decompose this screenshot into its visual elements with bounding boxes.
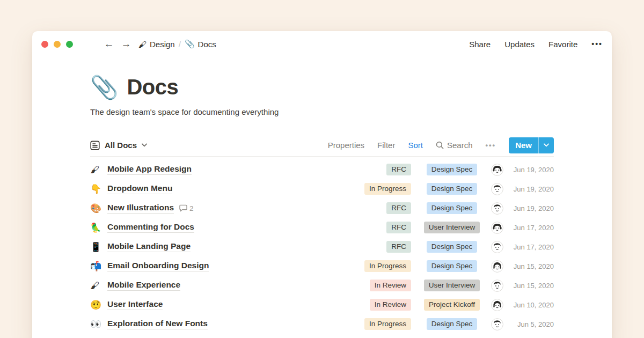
window-topbar: ← → 🖌 Design / 📎 Docs Share Updates Favo…: [32, 31, 612, 57]
status-tag[interactable]: In Review: [370, 299, 411, 311]
doc-date: Jun 15, 2020: [511, 282, 554, 290]
search-icon: [436, 141, 444, 149]
zoom-window-button[interactable]: [66, 41, 73, 48]
new-button-label: New: [509, 137, 538, 153]
document-list-icon: [90, 141, 100, 150]
table-row[interactable]: 🤨 User Interface In Review Project Kicko…: [90, 295, 554, 314]
sort-button[interactable]: Sort: [408, 141, 423, 150]
chevron-down-icon: [142, 143, 147, 147]
doc-title-link[interactable]: User Interface: [107, 299, 163, 310]
more-options-icon[interactable]: •••: [591, 40, 603, 48]
type-tag[interactable]: Design Spec: [427, 260, 478, 272]
type-tag[interactable]: Design Spec: [427, 241, 478, 253]
comment-count-badge[interactable]: 2: [179, 204, 194, 212]
avatar: [491, 280, 503, 292]
table-row[interactable]: 👇 Dropdown Menu In Progress Design Spec …: [90, 179, 554, 199]
doc-date: Jun 17, 2020: [511, 243, 554, 251]
favorite-button[interactable]: Favorite: [548, 40, 577, 49]
status-tag[interactable]: RFC: [386, 202, 411, 214]
pointing-down-emoji-icon: 👇: [90, 185, 107, 194]
avatar: [491, 222, 503, 234]
status-tag[interactable]: In Review: [370, 280, 411, 291]
table-row[interactable]: 🖌 Mobile App Redesign RFC Design Spec Ju…: [90, 160, 554, 179]
view-switcher[interactable]: All Docs: [90, 141, 147, 150]
avatar: [491, 299, 503, 311]
type-tag[interactable]: Design Spec: [427, 318, 478, 330]
parrot-emoji-icon: 🦜: [90, 223, 107, 232]
mailbox-emoji-icon: 📬: [90, 262, 107, 271]
status-tag[interactable]: In Progress: [364, 260, 411, 272]
page-header: 📎 Docs The design team's space for docum…: [90, 57, 554, 116]
new-button[interactable]: New: [509, 137, 554, 153]
avatar: [491, 183, 503, 195]
new-button-dropdown[interactable]: [539, 137, 554, 153]
type-tag[interactable]: Design Spec: [427, 202, 478, 214]
table-toolbar: All Docs Properties Filter Sort Search •…: [90, 134, 554, 157]
table-row[interactable]: 🖌 Mobile Experience In Review User Inter…: [90, 276, 554, 295]
type-tag[interactable]: Design Spec: [427, 164, 478, 175]
breadcrumb-item-design[interactable]: 🖌 Design: [138, 40, 175, 49]
sidebar-menu-icon[interactable]: [84, 40, 94, 48]
traffic-lights: [41, 41, 73, 48]
doc-title-link[interactable]: Mobile App Redesign: [107, 164, 192, 175]
app-window: ← → 🖌 Design / 📎 Docs Share Updates Favo…: [32, 31, 612, 338]
mobile-phone-emoji-icon: 📱: [90, 243, 107, 252]
breadcrumb-item-docs[interactable]: 📎 Docs: [185, 39, 216, 49]
updates-button[interactable]: Updates: [504, 40, 535, 49]
type-tag[interactable]: Design Spec: [427, 183, 478, 195]
page-title: Docs: [127, 75, 178, 99]
avatar: [491, 318, 503, 330]
doc-title-link[interactable]: Email Onboarding Design: [107, 261, 209, 271]
breadcrumb-label: Docs: [198, 40, 216, 49]
doc-title-link[interactable]: New Illustrations: [107, 203, 174, 214]
doc-date: Jun 19, 2020: [511, 204, 554, 212]
toolbar-more-icon[interactable]: •••: [486, 141, 496, 149]
palette-emoji-icon: 🎨: [90, 204, 107, 213]
avatar: [491, 202, 503, 215]
doc-date: Jun 19, 2020: [511, 185, 554, 193]
docs-table: 🖌 Mobile App Redesign RFC Design Spec Ju…: [90, 157, 554, 334]
paintbrush-emoji-icon: 🖌: [90, 281, 107, 290]
type-tag[interactable]: User Interview: [424, 280, 480, 291]
status-tag[interactable]: RFC: [386, 164, 411, 175]
status-tag[interactable]: RFC: [386, 222, 411, 233]
breadcrumb-separator: /: [179, 40, 181, 49]
table-row[interactable]: 🦜 Commenting for Docs RFC User Interview…: [90, 218, 554, 237]
type-tag[interactable]: User Interview: [424, 222, 480, 233]
paintbrush-emoji-icon: 🖌: [90, 165, 107, 174]
doc-title-link[interactable]: Mobile Experience: [107, 280, 180, 291]
search-button[interactable]: Search: [436, 141, 473, 150]
table-row[interactable]: 👀 Exploration of New Fonts In Progress D…: [90, 314, 554, 334]
status-tag[interactable]: RFC: [386, 241, 411, 253]
doc-title-link[interactable]: Mobile Landing Page: [107, 241, 191, 252]
filter-button[interactable]: Filter: [377, 141, 395, 150]
comment-bubble-icon: [179, 204, 187, 212]
table-row[interactable]: 📱 Mobile Landing Page RFC Design Spec Ju…: [90, 237, 554, 256]
search-label: Search: [447, 141, 473, 150]
properties-button[interactable]: Properties: [328, 141, 364, 150]
doc-date: Jun 15, 2020: [511, 262, 554, 270]
chevron-down-icon: [544, 143, 549, 147]
back-arrow-icon[interactable]: ←: [103, 38, 115, 50]
status-tag[interactable]: In Progress: [364, 183, 411, 195]
share-button[interactable]: Share: [469, 40, 491, 49]
doc-title-link[interactable]: Exploration of New Fonts: [107, 319, 208, 329]
page-subtitle: The design team's space for documenting …: [90, 107, 554, 116]
paperclip-icon: 📎: [185, 39, 195, 49]
comment-count: 2: [189, 204, 194, 212]
doc-title-link[interactable]: Commenting for Docs: [107, 222, 194, 233]
minimize-window-button[interactable]: [54, 41, 61, 48]
paintbrush-icon: 🖌: [138, 40, 147, 49]
doc-date: Jun 19, 2020: [511, 166, 554, 174]
raised-eyebrow-emoji-icon: 🤨: [90, 300, 107, 310]
table-row[interactable]: 📬 Email Onboarding Design In Progress De…: [90, 256, 554, 276]
page-paperclip-icon[interactable]: 📎: [90, 76, 118, 99]
table-row[interactable]: 🎨 New Illustrations 2 RFC Design Spec Ju…: [90, 199, 554, 218]
forward-arrow-icon[interactable]: →: [120, 38, 132, 50]
type-tag[interactable]: Project Kickoff: [424, 299, 480, 311]
close-window-button[interactable]: [41, 41, 48, 48]
avatar: [491, 260, 503, 273]
status-tag[interactable]: In Progress: [364, 318, 411, 330]
avatar: [491, 241, 503, 253]
doc-title-link[interactable]: Dropdown Menu: [107, 183, 172, 194]
